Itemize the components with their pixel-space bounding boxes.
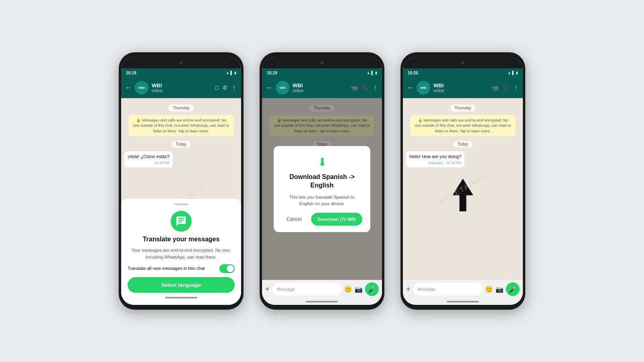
contact-info-2: WBI online <box>293 82 347 93</box>
app-bar-3: ← WBI WBI online 📹 📞 ⋮ <box>403 77 523 98</box>
front-camera-3 <box>461 61 464 64</box>
dialog-title: Download Spanish -> English <box>282 173 362 190</box>
voice-call-icon-3[interactable]: 📞 <box>502 84 509 91</box>
message-input-3[interactable]: Message <box>413 283 483 296</box>
phone-3: 10:20 ▲ ▌ ▮ ← WBI WBI online 📹 📞 ⋮ <box>400 52 525 310</box>
contact-avatar-3: WBI <box>417 81 430 95</box>
bottom-sheet-1: Translate your messages Your messages ar… <box>121 199 241 305</box>
svg-marker-0 <box>453 179 473 211</box>
contact-name-2: WBI <box>293 82 347 88</box>
sheet-toggle-row-1: Translate all new messages in this chat <box>128 264 235 273</box>
video-call-icon-3[interactable]: 📹 <box>491 84 498 91</box>
message-input-2[interactable]: Message <box>272 283 342 296</box>
sheet-desc-1: Your messages are end-to-end encrypted. … <box>128 247 235 260</box>
input-bar-3: + Message 🙂 📷 🎤 <box>403 280 523 298</box>
sheet-handle-1 <box>174 204 188 205</box>
phone-notch-2 <box>262 57 382 68</box>
home-indicator-2 <box>262 298 382 305</box>
up-arrow-icon <box>451 177 475 213</box>
status-time-1: 10:19 <box>126 71 136 75</box>
contact-info-3: WBI online <box>433 82 488 93</box>
sheet-title-1: Translate your messages <box>142 236 219 243</box>
contact-status-3: online <box>433 88 488 93</box>
select-language-button-1[interactable]: Select language <box>128 277 235 293</box>
signal-icon-3: ▌ <box>512 71 515 75</box>
back-button-3[interactable]: ← <box>407 84 413 91</box>
translate-icon-1 <box>171 211 192 232</box>
message-time-3: Translated 10:18 PM <box>409 160 461 166</box>
dialog-desc: This lets you translate Spanish to Engli… <box>282 194 362 207</box>
contact-avatar-2: WBI <box>276 81 289 95</box>
signal-icon: ▌ <box>231 71 233 75</box>
input-bar-2: + Message 🙂 📷 🎤 <box>262 280 382 298</box>
toggle-label-1: Translate all new messages in this chat <box>128 265 219 272</box>
translate-toggle-1[interactable] <box>219 264 235 273</box>
phone-notch-1 <box>121 57 241 68</box>
attach-button-3[interactable]: + <box>406 285 411 294</box>
phone-frame-2: 10:19 ▲ ▌ ▮ ← WBI WBI online 📹 📞 ⋮ <box>260 52 384 310</box>
home-indicator-1 <box>165 297 197 298</box>
app-bar-2: ← WBI WBI online 📹 📞 ⋮ <box>262 77 382 98</box>
wifi-icon-2: ▲ <box>367 71 370 75</box>
video-call-icon-2[interactable]: 📹 <box>351 84 357 91</box>
back-button-1[interactable]: ← <box>125 84 132 91</box>
translated-label: Translated <box>428 161 443 165</box>
home-bar-3 <box>447 301 479 302</box>
signal-icon-2: ▌ <box>372 71 374 75</box>
video-call-icon-1[interactable]: □ <box>215 84 219 91</box>
download-icon: ⬇ <box>318 156 327 169</box>
mic-icon-2: 🎤 <box>368 286 376 293</box>
translated-message-3: Hello! How are you doing? Translated 10:… <box>406 151 464 167</box>
system-message-3: 🔒 Messages and calls are end-to-end encr… <box>410 115 516 136</box>
phone-screen-1: 10:19 ▲ ▌ ▮ ← WBI WBI online □ ✆ ⋮ <box>121 57 241 305</box>
status-bar-1: 10:19 ▲ ▌ ▮ <box>121 68 241 77</box>
camera-button-3[interactable]: 📷 <box>495 286 504 293</box>
chat-scroll-1: Thursday 🔒 Messages and calls are end-to… <box>121 98 241 167</box>
phone-2: 10:19 ▲ ▌ ▮ ← WBI WBI online 📹 📞 ⋮ <box>260 52 384 310</box>
emoji-button-3[interactable]: 🙂 <box>485 286 493 293</box>
app-bar-actions-1: □ ✆ ⋮ <box>215 84 237 91</box>
up-arrow-container <box>406 177 520 213</box>
more-options-icon-3[interactable]: ⋮ <box>513 84 519 91</box>
wifi-icon: ▲ <box>226 71 229 75</box>
attach-button-2[interactable]: + <box>265 285 270 294</box>
status-icons-1: ▲ ▌ ▮ <box>226 71 236 75</box>
cancel-button-dialog[interactable]: Cancel <box>282 213 306 225</box>
status-icons-2: ▲ ▌ ▮ <box>367 71 377 75</box>
status-time-3: 10:20 <box>408 71 418 75</box>
voice-call-icon-1[interactable]: ✆ <box>223 84 227 91</box>
status-time-2: 10:19 <box>267 71 277 75</box>
message-time-1: 10:18 PM <box>128 160 169 166</box>
app-bar-actions-3: 📹 📞 ⋮ <box>491 84 519 91</box>
dialog-actions: Cancel Download (72 MB) <box>282 213 362 226</box>
mic-button-3[interactable]: 🎤 <box>506 282 520 296</box>
app-bar-actions-2: 📹 📞 ⋮ <box>351 84 378 91</box>
back-button-2[interactable]: ← <box>266 84 272 91</box>
camera-button-2[interactable]: 📷 <box>355 286 363 293</box>
voice-call-icon-2[interactable]: 📞 <box>361 84 368 91</box>
mic-button-2[interactable]: 🎤 <box>365 282 379 296</box>
download-button-dialog[interactable]: Download (72 MB) <box>311 213 362 226</box>
chat-icon <box>175 216 187 227</box>
contact-name-1: WBI <box>152 82 212 88</box>
phone-screen-3: 10:20 ▲ ▌ ▮ ← WBI WBI online 📹 📞 ⋮ <box>403 57 523 305</box>
date-divider-today-1: Today <box>124 140 238 147</box>
phone-notch-3 <box>403 57 523 68</box>
contact-status-2: online <box>293 88 347 93</box>
more-options-icon-2[interactable]: ⋮ <box>372 84 378 91</box>
battery-icon-3: ▮ <box>516 71 518 75</box>
more-options-icon-1[interactable]: ⋮ <box>231 84 237 91</box>
phone-1: 10:19 ▲ ▌ ▮ ← WBI WBI online □ ✆ ⋮ <box>119 52 244 310</box>
chat-area-3: Thursday 🔒 Messages and calls are end-to… <box>403 98 523 280</box>
front-camera-2 <box>320 61 324 64</box>
front-camera <box>180 61 183 64</box>
contact-name-3: WBI <box>433 82 488 88</box>
status-bar-2: 10:19 ▲ ▌ ▮ <box>262 68 382 77</box>
download-dialog: ⬇ Download Spanish -> English This lets … <box>274 146 370 232</box>
date-divider-today-3: Today <box>406 140 520 147</box>
emoji-button-2[interactable]: 🙂 <box>344 286 352 293</box>
contact-avatar-1: WBI <box>135 81 149 95</box>
phone-frame-1: 10:19 ▲ ▌ ▮ ← WBI WBI online □ ✆ ⋮ <box>119 52 244 310</box>
chat-area-2: Thursday 🔒 Messages and calls are end-to… <box>262 98 382 280</box>
chat-scroll-3: Thursday 🔒 Messages and calls are end-to… <box>403 98 523 213</box>
